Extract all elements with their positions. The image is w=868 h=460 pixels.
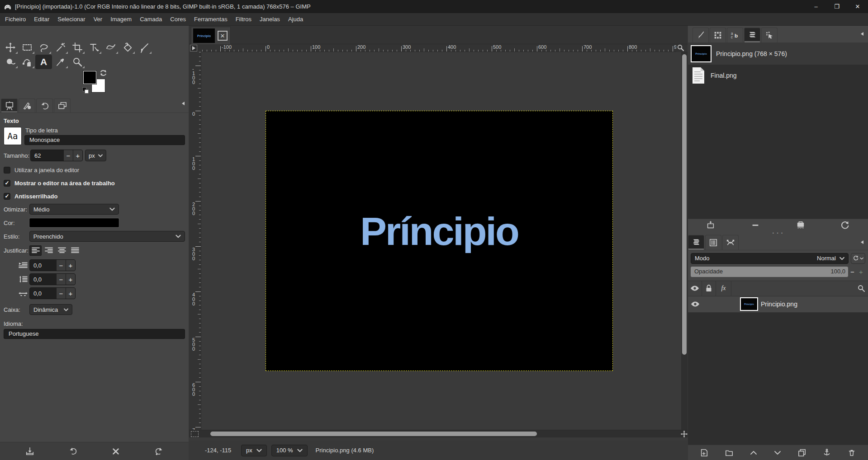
layer-row[interactable]: Principio Principio.png: [688, 296, 868, 313]
unified-transform-tool-button[interactable]: [85, 40, 102, 55]
menu-imagem[interactable]: Imagem: [106, 14, 136, 25]
opacity-slider[interactable]: Opacidade 100,0: [691, 267, 848, 277]
tab-brushes[interactable]: [693, 28, 709, 42]
lower-layer-icon[interactable]: [774, 449, 781, 456]
delete-layer-icon[interactable]: [848, 449, 856, 457]
opacity-decrement-button[interactable]: −: [848, 267, 857, 277]
language-input[interactable]: Portuguese: [4, 329, 185, 339]
move-tool-button[interactable]: [2, 40, 19, 55]
anchor-layer-icon[interactable]: [823, 449, 831, 457]
menu-ver[interactable]: Ver: [90, 14, 107, 25]
tab-images[interactable]: [744, 28, 760, 42]
text-tool-button[interactable]: A: [35, 55, 52, 69]
tab-device-status[interactable]: i: [19, 99, 35, 113]
tab-undo-history[interactable]: [36, 99, 53, 113]
letter-spacing-decrement-button[interactable]: −: [56, 288, 66, 299]
text-color-button[interactable]: [29, 218, 119, 227]
canvas-viewport[interactable]: Príncipio: [201, 52, 679, 430]
zoom-tool-button[interactable]: [69, 55, 85, 69]
image-tab[interactable]: Principio ✕: [191, 27, 231, 44]
v-ruler[interactable]: -1000100200300400500600700: [189, 52, 201, 430]
box-dropdown[interactable]: Dinâmica: [29, 304, 72, 315]
default-colors-icon[interactable]: [82, 87, 89, 94]
image-tab-close-icon[interactable]: ✕: [218, 31, 228, 41]
tab-paths[interactable]: [722, 235, 739, 250]
menu-janelas[interactable]: Janelas: [256, 14, 284, 25]
panel-collapse-icon[interactable]: [180, 101, 186, 106]
tab-layers[interactable]: [688, 235, 704, 250]
line-spacing-increment-button[interactable]: +: [66, 274, 75, 285]
minimize-button[interactable]: –: [806, 0, 826, 13]
menu-ferramentas[interactable]: Ferramentas: [190, 14, 232, 25]
new-layer-icon[interactable]: [700, 449, 708, 457]
delete-image-icon[interactable]: [796, 221, 805, 230]
vertical-scrollbar-thumb[interactable]: [682, 54, 687, 355]
h-ruler[interactable]: -1000100200300400500600700800900: [202, 44, 676, 52]
size-decrement-button[interactable]: −: [63, 150, 73, 161]
image-list-item[interactable]: Principio Principio.png (768 × 576): [688, 43, 868, 65]
size-value[interactable]: 62: [31, 150, 63, 161]
raise-layer-icon[interactable]: [750, 449, 757, 456]
line-spacing-value[interactable]: 0,0: [30, 274, 56, 285]
menu-editar[interactable]: Editar: [30, 14, 53, 25]
raise-displays-icon[interactable]: [706, 221, 715, 230]
checkbox-checked[interactable]: ✓: [4, 180, 10, 187]
justify-left-button[interactable]: [29, 245, 42, 256]
indent-increment-button[interactable]: +: [66, 260, 75, 271]
navigation-preview-icon[interactable]: [681, 431, 688, 437]
visibility-header-eye-icon[interactable]: [688, 281, 702, 296]
zoom-dropdown[interactable]: 100 %: [271, 445, 308, 456]
zoom-follow-window-icon[interactable]: [677, 44, 684, 51]
smudge-tool-button[interactable]: [2, 55, 19, 69]
menu-ficheiro[interactable]: Ficheiro: [1, 14, 30, 25]
tab-tool-presets[interactable]: [761, 28, 778, 42]
reset-tool-options-icon[interactable]: [154, 447, 163, 456]
tab-patterns[interactable]: [710, 28, 726, 42]
justify-fill-button[interactable]: [69, 245, 81, 256]
tab-tool-options[interactable]: [1, 99, 18, 113]
menu-ajuda[interactable]: Ajuda: [284, 14, 307, 25]
paintbrush-tool-button[interactable]: [136, 40, 152, 55]
checkbox-row-antialias[interactable]: ✓ Antisserrilhado: [4, 192, 185, 201]
menu-selecionar[interactable]: Selecionar: [53, 14, 89, 25]
menu-camada[interactable]: Camada: [136, 14, 166, 25]
checkbox-checked[interactable]: ✓: [4, 193, 10, 200]
unit-dropdown[interactable]: px: [241, 445, 267, 456]
crop-tool-button[interactable]: [69, 40, 85, 55]
warp-transform-tool-button[interactable]: [102, 40, 119, 55]
color-picker-tool-button[interactable]: [52, 55, 69, 69]
checkbox-row-show-editor[interactable]: ✓ Mostrar o editor na área de trabalho: [4, 178, 185, 188]
mode-switch-button[interactable]: [851, 253, 865, 264]
horizontal-scrollbar[interactable]: [201, 430, 679, 438]
checkbox-unchecked[interactable]: [4, 167, 10, 174]
letter-spacing-increment-button[interactable]: +: [66, 288, 75, 299]
checkbox-row-editor-window[interactable]: Utilizar a janela do editor: [4, 165, 185, 174]
size-unit-dropdown[interactable]: px: [85, 150, 106, 161]
canvas-menu-icon[interactable]: [190, 45, 197, 52]
new-display-icon[interactable]: [751, 221, 760, 230]
fuzzy-select-tool-button[interactable]: [52, 40, 69, 55]
restore-button[interactable]: ❐: [826, 0, 847, 13]
restore-tool-preset-icon[interactable]: [69, 447, 78, 456]
swap-colors-icon[interactable]: [100, 69, 108, 76]
menu-filtros[interactable]: Filtros: [232, 14, 256, 25]
save-tool-preset-icon[interactable]: [25, 447, 34, 456]
close-button[interactable]: ✕: [847, 0, 868, 13]
refresh-icon[interactable]: [841, 221, 850, 230]
delete-tool-preset-icon[interactable]: [112, 447, 120, 455]
dock-splitter-handle[interactable]: • • •: [688, 231, 868, 235]
menu-cores[interactable]: Cores: [166, 14, 190, 25]
horizontal-scrollbar-thumb[interactable]: [210, 432, 537, 436]
vertical-scrollbar[interactable]: [681, 52, 688, 430]
opacity-increment-button[interactable]: +: [857, 267, 865, 277]
mode-dropdown[interactable]: Modo Normal: [691, 253, 849, 264]
indent-decrement-button[interactable]: −: [56, 260, 66, 271]
quick-mask-toggle-icon[interactable]: [191, 431, 199, 437]
new-layer-group-icon[interactable]: [725, 449, 733, 457]
layer-visible-eye-icon[interactable]: [688, 301, 702, 307]
image-list-item[interactable]: Final.png: [688, 65, 868, 86]
bucket-fill-tool-button[interactable]: [119, 40, 136, 55]
layers-collapse-icon[interactable]: [859, 239, 865, 245]
justify-center-button[interactable]: [56, 245, 68, 256]
style-dropdown[interactable]: Preenchido: [29, 231, 185, 242]
